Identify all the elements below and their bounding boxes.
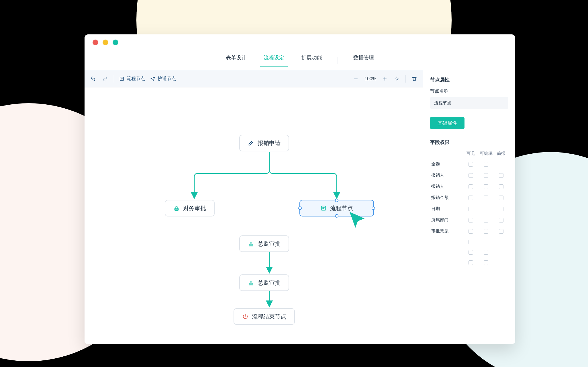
zoom-in-icon[interactable] <box>381 75 388 82</box>
perm-row: 报销金额 <box>430 192 508 203</box>
center-view-icon[interactable] <box>393 75 400 82</box>
checkbox[interactable] <box>499 207 503 211</box>
perm-row: 全选 <box>430 159 508 170</box>
perm-row-label: 审批意见 <box>430 229 464 234</box>
checkbox[interactable] <box>469 218 473 222</box>
window-titlebar <box>85 34 515 50</box>
perm-row-label: 报销人 <box>430 184 464 189</box>
node-end[interactable]: 流程结束节点 <box>234 308 295 325</box>
checkbox[interactable] <box>469 196 473 200</box>
perm-row <box>430 257 508 268</box>
connector-handle-top[interactable] <box>335 199 338 202</box>
basic-properties-button[interactable]: 基础属性 <box>430 117 464 129</box>
node-label: 财务审批 <box>183 204 206 212</box>
perm-row: 所属部门 <box>430 214 508 226</box>
permissions-title: 字段权限 <box>430 139 508 146</box>
node-director[interactable]: 总监审批 <box>239 235 289 252</box>
connector-handle-left[interactable] <box>298 206 302 210</box>
perm-row-label: 报销金额 <box>430 195 464 200</box>
separator <box>338 57 338 64</box>
checkbox[interactable] <box>484 218 488 222</box>
checkbox[interactable] <box>484 196 488 200</box>
redo-icon[interactable] <box>102 75 109 82</box>
node-name-label: 节点名称 <box>430 88 508 94</box>
node-finance[interactable]: 财务审批 <box>165 200 215 216</box>
checkbox[interactable] <box>484 250 488 255</box>
checkbox[interactable] <box>469 250 473 255</box>
checkbox[interactable] <box>484 173 488 178</box>
checkbox[interactable] <box>469 260 473 265</box>
perm-row <box>430 247 508 257</box>
checkbox[interactable] <box>484 240 488 244</box>
add-cc-node-label: 抄送节点 <box>158 76 176 82</box>
window-close-icon[interactable] <box>93 40 98 45</box>
app-window: 表单设计流程设定扩展功能数据管理 流程节点 抄送节点 <box>85 34 515 344</box>
flow-canvas[interactable]: 报销申请 财务审批 流程节点 总监审批 <box>85 87 423 344</box>
connector-handle-bottom[interactable] <box>335 214 338 218</box>
node-label: 报销申请 <box>258 139 281 147</box>
checkbox[interactable] <box>484 260 488 265</box>
zoom-value: 100% <box>364 76 376 81</box>
perm-row: 报销人 <box>430 181 508 192</box>
col-visible: 可见 <box>467 151 475 156</box>
checkbox[interactable] <box>469 207 473 211</box>
process-icon <box>320 205 327 211</box>
checkbox[interactable] <box>499 173 503 178</box>
add-cc-node-button[interactable]: 抄送节点 <box>150 76 176 82</box>
node-label: 流程结束节点 <box>252 313 286 321</box>
perm-row: 日期 <box>430 203 508 214</box>
panel-title: 节点属性 <box>430 77 508 83</box>
checkbox[interactable] <box>499 184 503 189</box>
checkbox[interactable] <box>484 162 488 167</box>
add-process-node-button[interactable]: 流程节点 <box>119 76 145 82</box>
svg-point-4 <box>396 78 398 80</box>
checkbox[interactable] <box>484 229 488 234</box>
perm-row: 报销人 <box>430 170 508 181</box>
separator <box>405 75 406 83</box>
perm-row-label: 报销人 <box>430 173 464 178</box>
checkbox[interactable] <box>484 184 488 189</box>
tab-0[interactable]: 表单设计 <box>224 54 248 66</box>
checkbox[interactable] <box>484 207 488 211</box>
perm-row-label: 日期 <box>430 206 464 212</box>
checkbox[interactable] <box>469 240 473 244</box>
checkbox[interactable] <box>499 196 503 200</box>
stamp-icon <box>248 241 254 247</box>
node-process-selected[interactable]: 流程节点 <box>299 200 374 216</box>
designer-toolbar: 流程节点 抄送节点 100% <box>85 70 423 87</box>
stamp-icon <box>173 205 180 211</box>
node-director-2[interactable]: 总监审批 <box>239 274 289 291</box>
edit-icon <box>248 140 254 146</box>
delete-icon[interactable] <box>411 75 418 82</box>
stamp-icon <box>248 280 254 286</box>
power-icon <box>242 313 248 320</box>
tab-2[interactable]: 扩展功能 <box>300 54 324 66</box>
node-label: 流程节点 <box>330 204 353 212</box>
col-editable: 可编辑 <box>480 151 493 156</box>
tab-1[interactable]: 流程设定 <box>262 54 286 66</box>
checkbox[interactable] <box>499 218 503 222</box>
properties-panel: 节点属性 节点名称 基础属性 字段权限 可见 可编辑 简报 全选报销人报销人报销… <box>423 70 515 344</box>
node-label: 总监审批 <box>258 279 281 287</box>
add-process-node-label: 流程节点 <box>127 76 145 82</box>
node-start[interactable]: 报销申请 <box>239 135 289 151</box>
connector-handle-right[interactable] <box>372 206 375 210</box>
zoom-out-icon[interactable] <box>352 75 359 82</box>
window-maximize-icon[interactable] <box>113 40 118 45</box>
checkbox[interactable] <box>469 173 473 178</box>
undo-icon[interactable] <box>90 75 97 82</box>
permissions-header: 可见 可编辑 简报 <box>430 149 508 159</box>
checkbox[interactable] <box>469 162 473 167</box>
perm-row-label: 所属部门 <box>430 217 464 223</box>
main-tabs: 表单设计流程设定扩展功能数据管理 <box>85 50 515 70</box>
window-minimize-icon[interactable] <box>103 40 108 45</box>
node-name-input[interactable] <box>430 97 508 109</box>
perm-row: 审批意见 <box>430 226 508 237</box>
separator <box>114 75 114 83</box>
checkbox[interactable] <box>469 184 473 189</box>
checkbox[interactable] <box>469 229 473 234</box>
tab-3[interactable]: 数据管理 <box>352 54 376 66</box>
checkbox[interactable] <box>499 229 503 234</box>
perm-row-label: 全选 <box>430 161 464 167</box>
node-label: 总监审批 <box>258 240 281 248</box>
